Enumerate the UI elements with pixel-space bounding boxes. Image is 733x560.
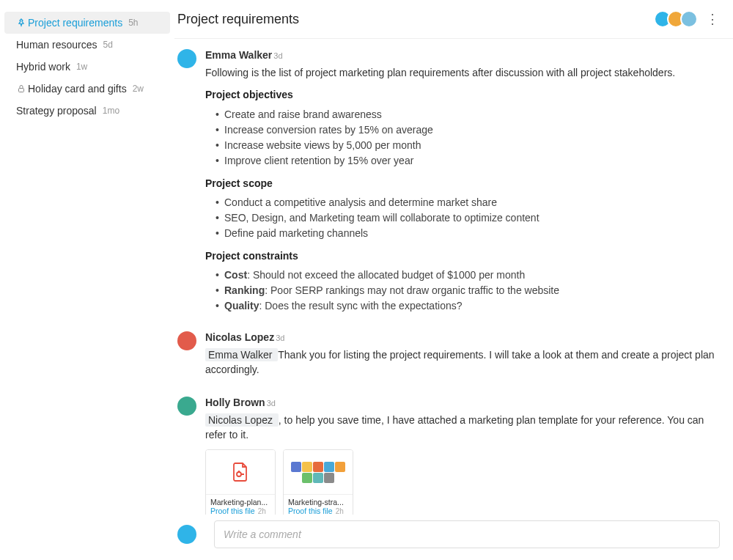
sidebar-item-time: 5d xyxy=(103,40,113,50)
sidebar-item-time: 5h xyxy=(128,18,138,28)
post-message: Nicolas Lopez , to help you save time, I… xyxy=(205,413,720,443)
image-thumbnail xyxy=(284,450,353,494)
collaborator-avatar[interactable] xyxy=(680,10,698,28)
sidebar-item-label: Human resources xyxy=(16,39,97,51)
pdf-icon xyxy=(206,450,275,494)
attachment-meta: Marketing-plan...Proof this file2h xyxy=(206,494,275,515)
section-heading: Project scope xyxy=(205,176,720,191)
post: Holly Brown3d Nicolas Lopez , to help yo… xyxy=(177,397,720,515)
sidebar-item-time: 1mo xyxy=(103,106,119,116)
section-list: Create and raise brand awarenessIncrease… xyxy=(205,107,720,169)
list-item: Conduct a competitive analysis and deter… xyxy=(216,195,720,210)
sidebar-item-label: Project requirements xyxy=(28,17,122,29)
mention[interactable]: Emma Walker xyxy=(205,348,278,361)
section-list: Conduct a competitive analysis and deter… xyxy=(205,195,720,241)
attachment-meta: Marketing-stra...Proof this file2h xyxy=(284,494,353,515)
attachment-card[interactable]: Marketing-stra...Proof this file2h xyxy=(283,449,353,515)
lock-icon xyxy=(16,84,26,94)
sidebar-item-hybrid-work[interactable]: Hybrid work1w xyxy=(0,56,174,78)
post-author[interactable]: Emma Walker xyxy=(205,49,272,61)
post-body: Nicolas Lopez3d Emma Walker Thank you fo… xyxy=(205,331,720,383)
sidebar-item-label: Strategy proposal xyxy=(16,105,97,117)
post-time: 3d xyxy=(273,51,282,60)
sidebar-item-time: 1w xyxy=(76,62,87,72)
post-message: Emma Walker Thank you for listing the pr… xyxy=(205,347,720,377)
page-title: Project requirements xyxy=(177,12,299,27)
post-content: Nicolas Lopez , to help you save time, I… xyxy=(205,413,720,443)
post: Emma Walker3dFollowing is the list of pr… xyxy=(177,49,720,318)
list-item: Create and raise brand awareness xyxy=(216,107,720,122)
section-heading: Project objectives xyxy=(205,87,720,102)
attachment-name: Marketing-stra... xyxy=(288,498,348,506)
list-item: Ranking: Poor SERP rankings may not draw… xyxy=(216,283,720,298)
sidebar-item-time: 2w xyxy=(133,84,144,94)
post-content: Following is the list of project marketi… xyxy=(205,65,720,314)
post-avatar[interactable] xyxy=(177,397,196,416)
list-item: Define paid marketing channels xyxy=(216,226,720,241)
svg-rect-0 xyxy=(19,89,24,92)
header: Project requirements ⋮ xyxy=(174,0,733,39)
post-body: Holly Brown3d Nicolas Lopez , to help yo… xyxy=(205,397,720,515)
collaborator-avatars[interactable] xyxy=(658,10,698,28)
attachment-name: Marketing-plan... xyxy=(210,498,270,506)
sidebar-item-holiday-card-and-gifts[interactable]: Holiday card and gifts2w xyxy=(0,78,174,100)
comment-input[interactable] xyxy=(214,520,720,548)
svg-point-1 xyxy=(237,472,241,476)
post-avatar[interactable] xyxy=(177,331,196,350)
post-content: Emma Walker Thank you for listing the pr… xyxy=(205,347,720,377)
post-time: 3d xyxy=(267,399,276,408)
list-item: Increase website views by 5,000 per mont… xyxy=(216,138,720,153)
list-item: Cost: Should not exceed the allocated bu… xyxy=(216,268,720,283)
main-area: Project requirements ⋮ Emma Walker3dFoll… xyxy=(174,0,733,560)
mention[interactable]: Nicolas Lopez xyxy=(205,413,279,427)
comment-avatar xyxy=(177,525,196,544)
sidebar-item-project-requirements[interactable]: Project requirements5h xyxy=(4,12,170,34)
post: Nicolas Lopez3d Emma Walker Thank you fo… xyxy=(177,331,720,383)
sidebar-item-label: Hybrid work xyxy=(16,61,70,73)
post-body: Emma Walker3dFollowing is the list of pr… xyxy=(205,49,720,318)
list-item: Improve client retention by 15% over yea… xyxy=(216,153,720,169)
post-avatar[interactable] xyxy=(177,49,196,68)
sidebar-item-label: Holiday card and gifts xyxy=(28,83,127,95)
attachment-card[interactable]: Marketing-plan...Proof this file2h xyxy=(205,449,276,515)
sidebar-item-strategy-proposal[interactable]: Strategy proposal1mo xyxy=(0,100,174,122)
header-actions: ⋮ xyxy=(658,10,720,28)
pin-icon xyxy=(16,18,26,28)
content-scroll[interactable]: Emma Walker3dFollowing is the list of pr… xyxy=(174,39,733,515)
sidebar: Project requirements5hHuman resources5dH… xyxy=(0,0,174,560)
post-intro: Following is the list of project marketi… xyxy=(205,65,720,80)
attachment-time: 2h xyxy=(336,507,344,515)
list-item: SEO, Design, and Marketing team will col… xyxy=(216,210,720,226)
attachments: Marketing-plan...Proof this file2hMarket… xyxy=(205,449,720,515)
sidebar-item-human-resources[interactable]: Human resources5d xyxy=(0,34,174,56)
proof-link[interactable]: Proof this file xyxy=(288,506,333,515)
more-menu-icon[interactable]: ⋮ xyxy=(705,12,720,26)
section-list: Cost: Should not exceed the allocated bu… xyxy=(205,268,720,314)
list-item: Quality: Does the result sync with the e… xyxy=(216,298,720,314)
comment-row xyxy=(174,515,733,560)
post-author[interactable]: Nicolas Lopez xyxy=(205,331,274,343)
post-author[interactable]: Holly Brown xyxy=(205,397,265,408)
list-item: Increase conversion rates by 15% on aver… xyxy=(216,122,720,138)
proof-link[interactable]: Proof this file xyxy=(210,506,255,515)
section-heading: Project constraints xyxy=(205,248,720,263)
attachment-time: 2h xyxy=(258,507,266,515)
post-time: 3d xyxy=(276,334,284,342)
